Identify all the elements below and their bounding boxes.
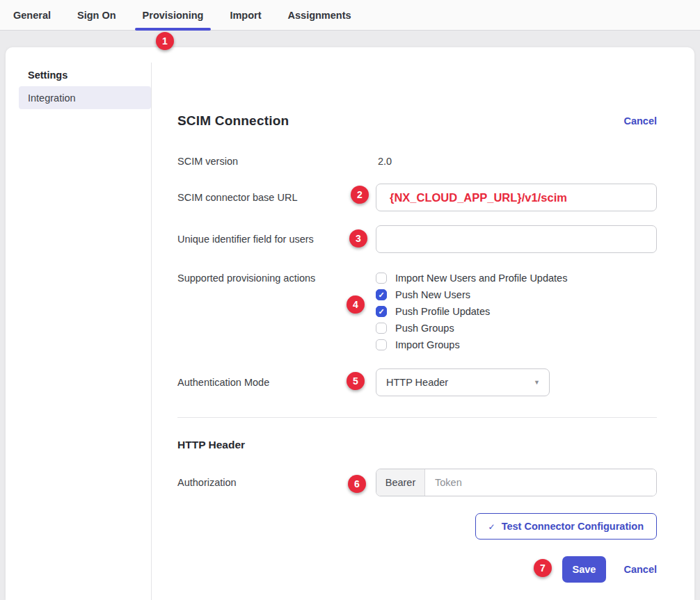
- checkbox-icon[interactable]: [376, 306, 387, 317]
- unique-identifier-input[interactable]: [376, 225, 657, 253]
- checkbox-label: Import New Users and Profile Updates: [395, 273, 567, 284]
- chevron-down-icon: ▼: [534, 379, 540, 386]
- base-url-label: SCIM connector base URL: [177, 192, 376, 203]
- checkbox-row-import-groups[interactable]: Import Groups: [376, 337, 657, 353]
- step-badge-7: 7: [534, 559, 552, 577]
- provisioning-actions-label: Supported provisioning actions: [177, 270, 376, 286]
- checkbox-label: Push New Users: [395, 289, 470, 300]
- app-tab-bar: General Sign On Provisioning Import Assi…: [0, 0, 700, 31]
- authorization-label: Authorization: [177, 477, 376, 488]
- step-badge-1: 1: [156, 32, 174, 50]
- tab-import[interactable]: Import: [216, 0, 274, 30]
- auth-mode-row: Authentication Mode HTTP Header ▼: [177, 368, 657, 396]
- cancel-link-top[interactable]: Cancel: [623, 115, 657, 127]
- checkbox-icon[interactable]: [376, 289, 387, 300]
- main-content: SCIM Connection Cancel SCIM version 2.0 …: [152, 47, 694, 600]
- http-header-section-heading: HTTP Header: [177, 439, 657, 453]
- tab-provisioning[interactable]: Provisioning: [129, 0, 217, 30]
- sidebar-heading: Settings: [28, 70, 151, 81]
- settings-card: Settings Integration SCIM Connection Can…: [6, 47, 694, 600]
- checkbox-label: Import Groups: [395, 339, 460, 350]
- checkbox-row-push-new-users[interactable]: Push New Users: [376, 286, 657, 303]
- auth-mode-selected-value: HTTP Header: [386, 377, 448, 388]
- authorization-input-group: Bearer: [376, 469, 657, 496]
- checkbox-row-push-groups[interactable]: Push Groups: [376, 320, 657, 337]
- checkbox-label: Push Profile Updates: [395, 306, 490, 317]
- section-divider: [177, 417, 657, 418]
- provisioning-actions-list: Import New Users and Profile Updates Pus…: [376, 270, 657, 353]
- checkbox-icon[interactable]: [376, 323, 387, 334]
- step-badge-6: 6: [348, 475, 366, 493]
- scim-version-row: SCIM version 2.0: [177, 153, 657, 170]
- bearer-prefix-label: Bearer: [376, 469, 425, 496]
- step-badge-2: 2: [351, 186, 369, 204]
- provisioning-actions-row: Supported provisioning actions Import Ne…: [177, 270, 657, 353]
- test-connector-configuration-button[interactable]: ✓ Test Connector Configuration: [475, 513, 657, 540]
- cancel-link-bottom[interactable]: Cancel: [623, 564, 657, 575]
- base-url-input[interactable]: [376, 184, 657, 211]
- sidebar-item-integration[interactable]: Integration: [19, 86, 151, 109]
- step-badge-5: 5: [347, 372, 365, 390]
- page-title: SCIM Connection: [177, 113, 289, 129]
- unique-id-row: Unique identifier field for users: [177, 225, 657, 253]
- checkbox-label: Push Groups: [395, 323, 454, 334]
- step-badge-4: 4: [347, 295, 365, 314]
- tab-sign-on[interactable]: Sign On: [64, 0, 129, 30]
- checkbox-icon[interactable]: [376, 273, 387, 284]
- tab-general[interactable]: General: [0, 0, 64, 30]
- unique-id-label: Unique identifier field for users: [177, 234, 376, 245]
- checkbox-icon[interactable]: [376, 339, 387, 350]
- scim-version-value: 2.0: [376, 156, 657, 167]
- authorization-row: Authorization Bearer: [177, 469, 657, 496]
- base-url-row: SCIM connector base URL: [177, 184, 657, 211]
- test-connector-configuration-label: Test Connector Configuration: [502, 521, 644, 532]
- checkbox-row-import-new-users[interactable]: Import New Users and Profile Updates: [376, 270, 657, 286]
- tab-assignments[interactable]: Assignments: [275, 0, 365, 30]
- sidebar: Settings Integration: [6, 63, 152, 600]
- checkbox-row-push-profile-updates[interactable]: Push Profile Updates: [376, 303, 657, 320]
- step-badge-3: 3: [349, 229, 367, 248]
- scim-version-label: SCIM version: [177, 156, 376, 167]
- check-icon: ✓: [488, 522, 495, 532]
- save-button[interactable]: Save: [562, 556, 607, 583]
- auth-mode-select[interactable]: HTTP Header ▼: [376, 368, 550, 396]
- token-input[interactable]: [425, 469, 656, 496]
